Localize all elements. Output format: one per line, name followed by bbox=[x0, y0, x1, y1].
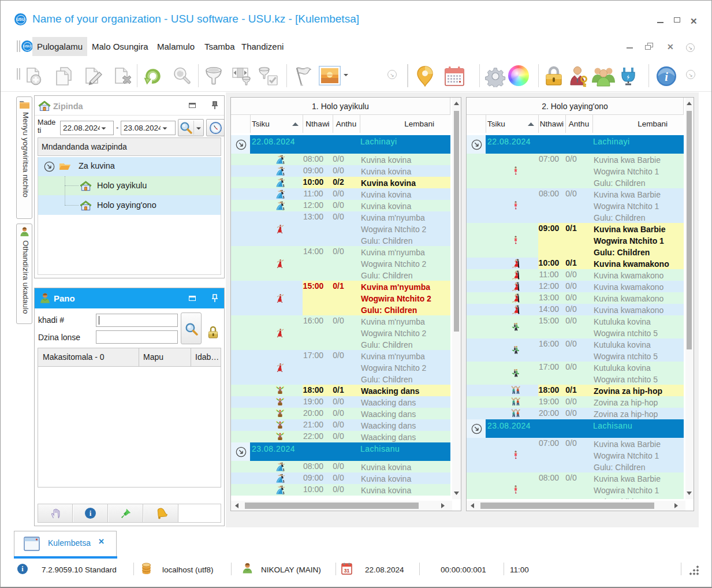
svg-text:i: i bbox=[665, 70, 668, 83]
svg-text:31: 31 bbox=[344, 568, 350, 574]
